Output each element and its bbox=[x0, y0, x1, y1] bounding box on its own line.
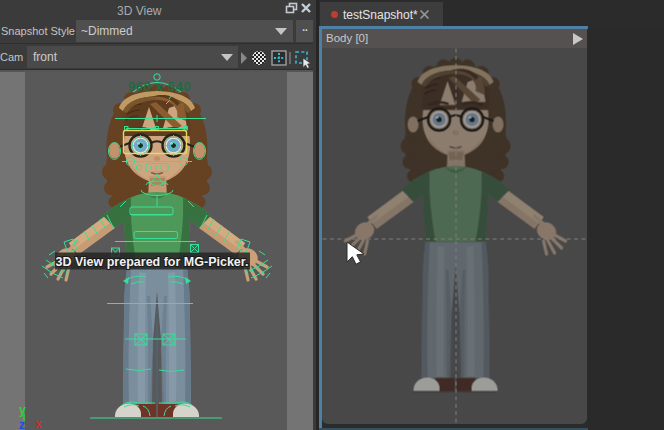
svg-text:960 x 540: 960 x 540 bbox=[128, 79, 191, 94]
svg-text:z: z bbox=[19, 418, 25, 430]
svg-text:x: x bbox=[35, 417, 42, 430]
svg-text:3D View prepared for MG-Picker: 3D View prepared for MG-Picker. bbox=[56, 255, 249, 269]
svg-text:y: y bbox=[19, 403, 26, 417]
